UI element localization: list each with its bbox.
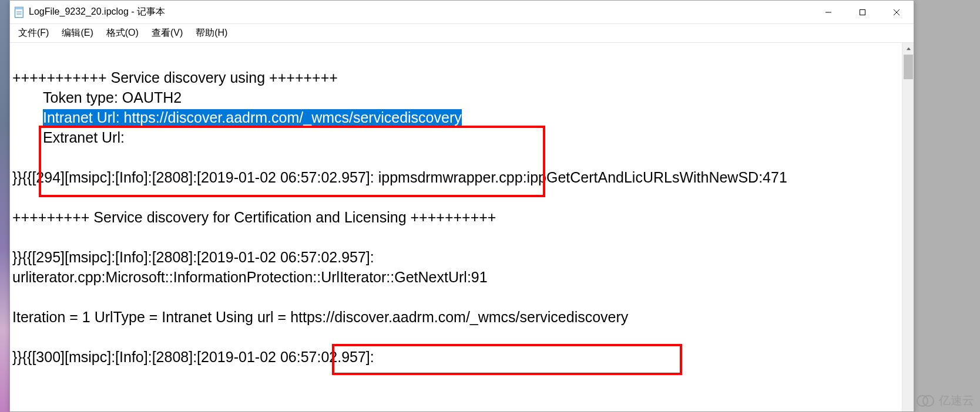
scroll-up-arrow-icon[interactable] [902,43,914,55]
log-line: Token type: OAUTH2 [12,87,902,107]
menu-format[interactable]: 格式(O) [100,25,145,41]
scroll-thumb[interactable] [904,55,913,79]
log-line: urliterator.cpp:Microsoft::InformationPr… [12,267,902,287]
log-line: }}{{[300][msipc]:[Info]:[2808]:[2019-01-… [12,347,902,367]
log-line: +++++++++ Service discovery for Certific… [12,207,902,227]
svg-rect-1 [15,7,24,9]
titlebar[interactable]: LogFile_9232_20.ipclog - 记事本 [10,1,914,24]
log-line [12,327,902,347]
svg-rect-6 [860,9,865,15]
close-button[interactable] [880,1,914,23]
watermark: 亿速云 [917,393,974,408]
window-controls [811,1,914,23]
selected-text: Intranet Url: https://discover.aadrm.com… [43,109,462,126]
log-line: +++++++++++ Service discovery using ++++… [12,67,902,87]
menu-view[interactable]: 查看(V) [146,25,189,41]
log-line: }}{{[295][msipc]:[Info]:[2808]:[2019-01-… [12,247,902,267]
log-line [12,187,902,207]
log-line [12,147,902,167]
menubar: 文件(F) 编辑(E) 格式(O) 查看(V) 帮助(H) [10,24,914,43]
log-line [12,227,902,247]
log-line: }}{{[294][msipc]:[Info]:[2808]:[2019-01-… [12,167,902,187]
watermark-logo-icon [917,395,935,407]
log-line: Extranet Url: [12,127,902,147]
text-content[interactable]: +++++++++++ Service discovery using ++++… [10,43,902,411]
desktop-edge [0,0,9,412]
text-area-container: +++++++++++ Service discovery using ++++… [10,43,914,411]
notepad-icon [14,6,25,18]
menu-edit[interactable]: 编辑(E) [56,25,99,41]
minimize-button[interactable] [811,1,845,23]
log-line [12,48,902,67]
menu-file[interactable]: 文件(F) [12,25,55,41]
window-title: LogFile_9232_20.ipclog - 记事本 [29,6,811,18]
watermark-text: 亿速云 [939,393,974,408]
log-line-selected: Intranet Url: https://discover.aadrm.com… [12,107,902,127]
maximize-button[interactable] [845,1,880,23]
log-line [12,287,902,307]
menu-help[interactable]: 帮助(H) [190,25,233,41]
vertical-scrollbar[interactable] [902,43,914,411]
log-line: Iteration = 1 UrlType = Intranet Using u… [12,307,902,327]
notepad-window: LogFile_9232_20.ipclog - 记事本 文件(F) 编辑(E)… [9,0,914,412]
